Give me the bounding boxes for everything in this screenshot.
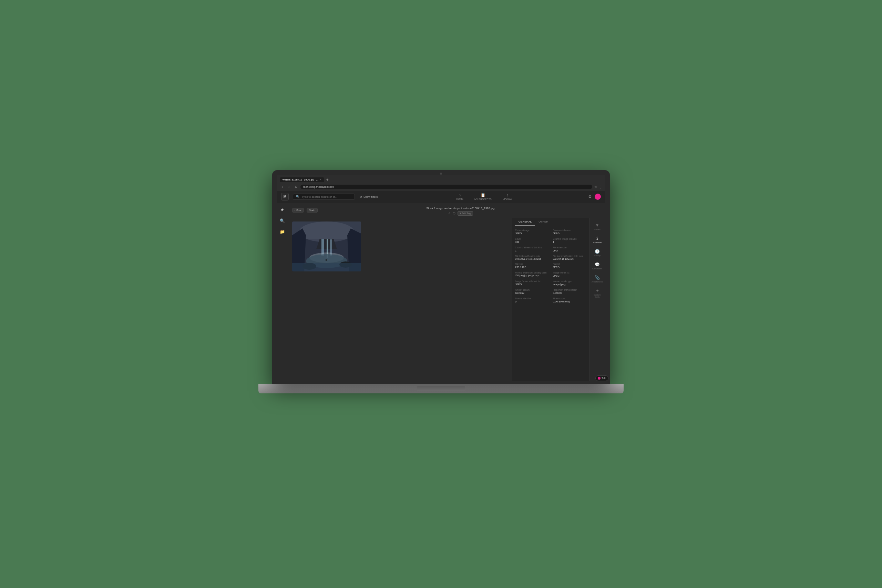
nav-forward-button[interactable]: › bbox=[286, 185, 291, 189]
tab-other[interactable]: OTHER bbox=[535, 218, 552, 226]
sidebar-search-icon[interactable]: 🔍 bbox=[278, 217, 286, 225]
address-bar[interactable]: marketing.mediapocket.fi bbox=[300, 184, 592, 189]
attachments-icon: 📎 bbox=[595, 275, 600, 280]
kind-of-stream-value: General bbox=[515, 291, 549, 294]
logo-icon[interactable]: M bbox=[281, 193, 289, 201]
search-bar[interactable]: 🔍 bbox=[293, 194, 355, 200]
prev-button[interactable]: ‹ Prev bbox=[292, 208, 304, 213]
tuki-button[interactable]: Tuki bbox=[596, 375, 605, 381]
share-icon[interactable]: ⬡ bbox=[453, 212, 456, 215]
filter-icon: ⚙ bbox=[360, 195, 362, 198]
proportion-label: Proportion of this stream bbox=[553, 289, 587, 291]
user-avatar[interactable] bbox=[595, 194, 601, 200]
tab-close-icon[interactable]: × bbox=[320, 178, 321, 181]
logo-area: M bbox=[281, 193, 289, 201]
panel-history-item[interactable]: 🕐 History bbox=[591, 247, 604, 259]
sidebar-favorites-icon[interactable]: ★ bbox=[279, 206, 286, 214]
panel-content: Codecs image JPEG Commercial name JPEG bbox=[512, 226, 589, 381]
info-commercial-name: Commercial name JPEG bbox=[553, 229, 587, 235]
filter-label: Show filters bbox=[363, 195, 378, 198]
commercial-name-value: JPEG bbox=[553, 232, 587, 235]
main-content: ‹ Prev Next › Stock footage and mockups … bbox=[288, 203, 605, 381]
url-display: marketing.mediapocket.fi bbox=[303, 185, 334, 188]
internet-media-label: Internet media type bbox=[553, 280, 587, 282]
next-label: Next › bbox=[309, 209, 316, 212]
stream-size-label: Stream size bbox=[553, 297, 587, 300]
browser-addressbar: ‹ › ↻ marketing.mediapocket.fi ☆ ⋮ bbox=[277, 183, 605, 191]
tuki-label: Tuki bbox=[602, 377, 605, 379]
asset-image bbox=[292, 222, 361, 272]
mediainfo-grid: Codecs image JPEG Commercial name JPEG bbox=[515, 229, 586, 303]
customfields-icon: ✦ bbox=[596, 288, 599, 293]
laptop-screen-bezel: waters-3158413_1920.jpg -... × + ‹ › ↻ m… bbox=[272, 170, 610, 384]
svg-rect-13 bbox=[326, 259, 327, 261]
nav-reload-button[interactable]: ↻ bbox=[294, 185, 298, 189]
filter-button[interactable]: ⚙ Show filters bbox=[357, 194, 380, 200]
search-input[interactable] bbox=[302, 195, 352, 198]
sidebar-folders-icon[interactable]: 📁 bbox=[278, 228, 286, 236]
myprojects-label: MY PROJECTS bbox=[474, 198, 492, 201]
panel-attachments-item[interactable]: 📎 Attachments bbox=[591, 273, 604, 285]
format-value: JPEG bbox=[553, 266, 587, 268]
home-icon: ⌂ bbox=[459, 193, 461, 197]
favorite-star-icon[interactable]: ☆ bbox=[448, 212, 451, 215]
count-value: 331 bbox=[515, 240, 549, 243]
nav-home[interactable]: ⌂ HOME bbox=[454, 192, 465, 201]
laptop-screen: waters-3158413_1920.jpg -... × + ‹ › ↻ m… bbox=[277, 175, 605, 381]
asset-preview bbox=[288, 218, 512, 381]
next-button[interactable]: Next › bbox=[307, 208, 318, 213]
browser-tab-active[interactable]: waters-3158413_1920.jpg -... × bbox=[280, 177, 324, 182]
nav-back-button[interactable]: ‹ bbox=[280, 185, 285, 189]
codecs-image-label: Codecs image bbox=[515, 229, 549, 231]
settings-icon[interactable]: ⚙ bbox=[588, 194, 592, 199]
info-format: Format JPEG bbox=[553, 263, 587, 268]
info-count-image-streams: Count of image streams 1 bbox=[553, 238, 587, 243]
info-file-mod-date-local: File last modification date local 2021-0… bbox=[553, 255, 587, 260]
image-format-hint-label: Image format with hint list bbox=[515, 280, 549, 282]
info-internet-media: Internet media type image/jpeg bbox=[553, 280, 587, 286]
prev-label: Prev bbox=[296, 209, 301, 212]
file-extension-label: File extension bbox=[553, 246, 587, 249]
panel-details-item[interactable]: ▼ Details bbox=[591, 221, 604, 232]
file-mod-date-label: File last modification date bbox=[515, 255, 549, 257]
count-image-streams-value: 1 bbox=[553, 240, 587, 243]
format-label: Format bbox=[553, 263, 587, 265]
customfields-label: Custom fields bbox=[592, 294, 603, 298]
count-label: Count bbox=[515, 238, 549, 240]
more-options-icon[interactable]: ⋮ bbox=[599, 185, 602, 189]
panel-customfields-item[interactable]: ✦ Custom fields bbox=[591, 286, 604, 300]
tuki-dot bbox=[598, 377, 600, 380]
info-file-size: File size 233.1 KiB bbox=[515, 263, 549, 268]
home-label: HOME bbox=[456, 198, 464, 200]
panel-comments-item[interactable]: 💬 Comments bbox=[591, 260, 604, 272]
panel-mediainfo-item[interactable]: ℹ Mediainfo bbox=[591, 234, 604, 246]
panel-sidebar: ▼ Details ℹ Mediainfo 🕐 History bbox=[589, 218, 605, 381]
comments-label: Comments bbox=[592, 268, 602, 270]
mediainfo-icon: ℹ bbox=[596, 236, 598, 241]
info-file-mod-date: File last modification date UTC 2021-04-… bbox=[515, 255, 549, 260]
tab-add-button[interactable]: + bbox=[325, 177, 330, 182]
info-kind-of-stream: Kind of stream General bbox=[515, 289, 549, 294]
codecs-image-value: JPEG bbox=[515, 232, 549, 235]
file-path-bar: ‹ Prev Next › Stock footage and mockups … bbox=[288, 203, 605, 218]
kind-of-stream-label: Kind of stream bbox=[515, 289, 549, 291]
nav-myprojects[interactable]: 📋 MY PROJECTS bbox=[472, 192, 494, 201]
top-nav: M 🔍 ⚙ Show filters ⌂ HOME 📋 bbox=[277, 191, 605, 203]
left-sidebar: ★ 🔍 📁 bbox=[277, 203, 288, 381]
tab-general[interactable]: GENERAL bbox=[515, 218, 535, 226]
bookmark-icon[interactable]: ☆ bbox=[594, 185, 597, 189]
nav-right: ⚙ bbox=[588, 194, 601, 200]
nav-upload[interactable]: ↑ UPLOAD bbox=[501, 192, 515, 201]
projects-icon: 📋 bbox=[481, 193, 486, 197]
file-size-value: 233.1 KiB bbox=[515, 266, 549, 268]
laptop-container: waters-3158413_1920.jpg -... × + ‹ › ↻ m… bbox=[252, 170, 630, 418]
info-stream-id: Stream identifier 0 bbox=[515, 297, 549, 303]
info-image-format-hint: Image format with hint list JPEG bbox=[515, 280, 549, 286]
commercial-name-label: Commercial name bbox=[553, 229, 587, 231]
nav-center: ⌂ HOME 📋 MY PROJECTS ↑ UPLOAD bbox=[380, 192, 588, 201]
stream-id-label: Stream identifier bbox=[515, 297, 549, 300]
info-proportion: Proportion of this stream 0.00000 bbox=[553, 289, 587, 294]
proportion-value: 0.00000 bbox=[553, 291, 587, 294]
add-tag-button[interactable]: + Add Tag bbox=[458, 211, 473, 216]
breadcrumb-area: Stock footage and mockups / waters-31584… bbox=[320, 207, 601, 216]
